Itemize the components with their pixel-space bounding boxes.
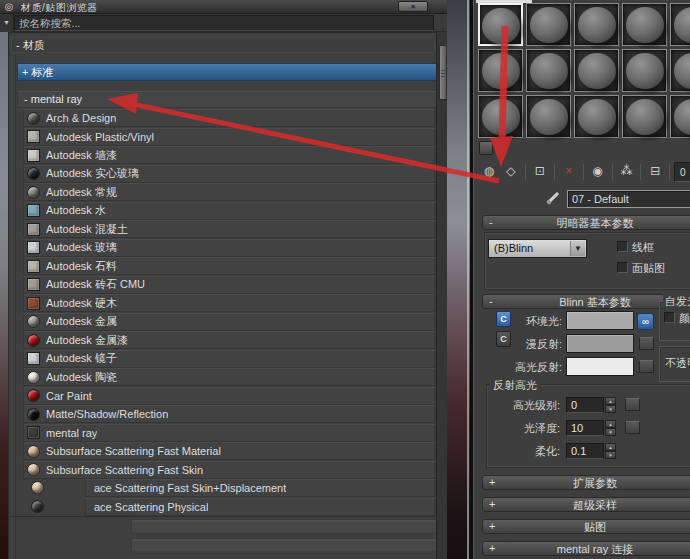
ambient-swatch[interactable] — [566, 311, 634, 330]
spinner[interactable]: ▴▾ — [605, 397, 616, 413]
sample-slot[interactable] — [574, 3, 619, 46]
spinner-up-icon[interactable]: ▴ — [605, 420, 616, 428]
material-label: Autodesk 实心玻璃 — [46, 166, 139, 181]
facemap-checkbox[interactable] — [617, 262, 628, 273]
rollout-collapsed[interactable]: +扩展参数 — [482, 475, 690, 490]
material-sphere — [530, 53, 568, 89]
material-sphere — [578, 53, 616, 89]
toolbar-divider — [669, 164, 670, 180]
wireframe-checkbox[interactable] — [617, 241, 628, 252]
search-input[interactable] — [14, 15, 434, 31]
list-item[interactable]: Autodesk 混凝土 — [9, 220, 436, 239]
sample-slot[interactable] — [526, 49, 571, 92]
sample-slot[interactable] — [526, 3, 571, 46]
diffuse-swatch[interactable] — [566, 334, 634, 353]
sample-slot[interactable] — [670, 49, 690, 92]
sample-slot[interactable] — [622, 49, 667, 92]
lock-icon[interactable]: ∞ — [637, 313, 654, 330]
spinner[interactable]: ▴▾ — [605, 420, 616, 436]
toolbar-divider — [612, 164, 613, 180]
list-item[interactable]: Arch & Design — [9, 109, 436, 128]
rollout-collapsed[interactable]: +mental ray 连接 — [482, 541, 690, 556]
value-field[interactable]: 0.1 — [566, 443, 604, 459]
shader-type-dropdown[interactable]: (B)Blinn ▼ — [488, 239, 587, 258]
list-item[interactable]: Autodesk 石料 — [9, 257, 436, 276]
list-item[interactable]: Autodesk 常规 — [9, 183, 436, 202]
spinner-up-icon[interactable]: ▴ — [605, 443, 616, 451]
mentalray-group-header[interactable]: - mental ray — [17, 91, 436, 108]
list-item[interactable]: Autodesk 镜子 — [9, 350, 436, 369]
sample-slot[interactable] — [478, 3, 523, 46]
rollout-title: 明暗器基本参数 — [483, 216, 690, 230]
list-item[interactable]: Autodesk 玻璃 — [9, 239, 436, 258]
materials-group-header[interactable]: - 材质 — [11, 37, 435, 53]
list-item[interactable]: Autodesk 实心玻璃 — [9, 165, 436, 184]
spinner[interactable]: ▴▾ — [605, 443, 616, 459]
rollout-collapsed[interactable]: +超级采样 — [482, 497, 690, 512]
list-item[interactable]: Car Paint — [9, 387, 436, 406]
get-material-icon[interactable]: ◍ — [479, 162, 499, 182]
list-item[interactable]: Autodesk 硬木 — [9, 294, 436, 313]
make-unique-icon[interactable]: ⁂ — [617, 162, 637, 182]
sample-slot[interactable] — [574, 95, 619, 138]
selfillum-color-checkbox[interactable] — [664, 312, 675, 323]
pick-material-button[interactable] — [544, 189, 564, 207]
list-item[interactable]: Autodesk 水 — [9, 202, 436, 221]
sample-slot[interactable] — [670, 95, 690, 138]
spinner-up-icon[interactable]: ▴ — [605, 397, 616, 405]
list-item[interactable]: mental ray — [9, 424, 436, 443]
specular-swatch[interactable] — [566, 357, 634, 376]
reset-material-icon[interactable]: × — [559, 162, 579, 182]
assign-material-to-selection-icon[interactable]: ⊡ — [530, 162, 550, 182]
list-item[interactable]: Autodesk 金属漆 — [9, 331, 436, 350]
rollout-shader-basic[interactable]: - 明暗器基本参数 — [482, 215, 690, 230]
list-item[interactable]: Subsurface Scattering Fast Material — [9, 442, 436, 461]
list-item[interactable]: Autodesk 墙漆 — [9, 146, 436, 165]
scrollbar-thumb[interactable] — [439, 45, 447, 100]
list-item[interactable]: Matte/Shadow/Reflection — [9, 405, 436, 424]
list-item[interactable]: Autodesk Plastic/Vinyl — [9, 128, 436, 147]
spinner-down-icon[interactable]: ▾ — [605, 405, 616, 413]
list-scrollbar[interactable] — [436, 32, 447, 559]
editor-toolbar: ◍◇⊡×◉⁂⊟0 — [476, 160, 690, 183]
list-item[interactable]: ace Scattering Fast Skin+Displacement — [9, 479, 436, 498]
list-item[interactable]: Autodesk 金属 — [9, 313, 436, 332]
sample-slot[interactable] — [670, 3, 690, 46]
sample-slot[interactable] — [478, 49, 523, 92]
sample-slot[interactable] — [478, 95, 523, 138]
sample-slot[interactable] — [622, 3, 667, 46]
sample-slot[interactable] — [526, 95, 571, 138]
map-button[interactable] — [625, 398, 640, 411]
list-item[interactable]: Subsurface Scattering Fast Skin — [9, 461, 436, 480]
put-to-library-icon[interactable]: ⊟ — [645, 162, 665, 182]
list-item-standard[interactable]: + 标准 — [17, 63, 436, 81]
spinner-down-icon[interactable]: ▾ — [605, 451, 616, 459]
selfillum-label: 自发光 — [663, 294, 690, 309]
browser-titlebar[interactable]: ◎ 材质/贴图浏览器 × — [0, 0, 447, 14]
sample-slot[interactable] — [574, 49, 619, 92]
sample-slot[interactable] — [622, 95, 667, 138]
sample-type-button[interactable] — [479, 141, 493, 155]
filter-dropdown-icon[interactable]: ▼ — [0, 14, 14, 32]
diffuse-map-button[interactable] — [639, 337, 654, 350]
material-label: Autodesk 陶瓷 — [46, 370, 117, 385]
put-material-to-scene-icon[interactable]: ◇ — [501, 162, 521, 182]
spinner-down-icon[interactable]: ▾ — [605, 428, 616, 436]
close-button[interactable]: × — [398, 1, 428, 12]
list-separator — [11, 516, 435, 517]
material-name-dropdown[interactable] — [567, 190, 690, 208]
specular-map-button[interactable] — [639, 360, 654, 373]
value-field[interactable]: 0 — [566, 397, 604, 413]
map-button[interactable] — [625, 421, 640, 434]
rollout-collapsed[interactable]: +贴图 — [482, 519, 690, 534]
toolbar-divider — [583, 164, 584, 180]
material-thumb-icon — [27, 426, 40, 439]
list-item[interactable]: Autodesk 陶瓷 — [9, 368, 436, 387]
list-item[interactable]: Autodesk 砖石 CMU — [9, 276, 436, 295]
empty-row — [131, 519, 436, 535]
material-id-channel-button[interactable]: 0 — [674, 162, 690, 182]
material-label: Autodesk 金属 — [46, 314, 117, 329]
make-material-copy-icon[interactable]: ◉ — [588, 162, 608, 182]
value-field[interactable]: 10 — [566, 420, 604, 436]
list-item[interactable]: ace Scattering Physical — [9, 498, 436, 517]
